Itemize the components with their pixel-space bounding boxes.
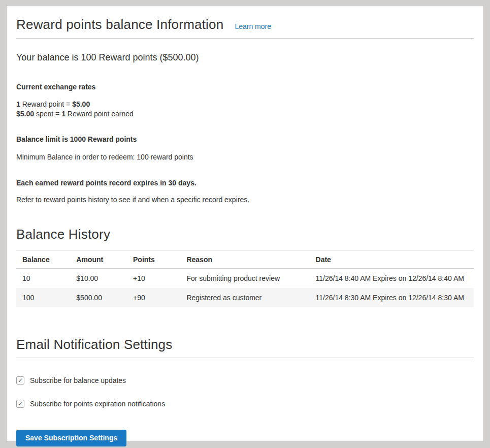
table-cell: 10: [16, 269, 70, 289]
balance-history-table: BalanceAmountPointsReasonDate 10$10.00+1…: [16, 250, 474, 307]
checkbox-label[interactable]: Subscribe for points expiration notifica…: [30, 400, 165, 408]
rate-money-value: $5.00: [72, 100, 90, 108]
subscribe-checkbox[interactable]: ✓: [16, 400, 24, 408]
save-subscription-button[interactable]: Save Subscription Settings: [16, 430, 126, 446]
table-cell: 11/26/14 8:40 AM Expires on 12/26/14 8:4…: [310, 269, 474, 289]
table-cell: For submitting product review: [180, 269, 309, 289]
header-divider: [16, 38, 474, 39]
table-cell: 11/26/14 8:30 AM Expires on 12/26/14 8:3…: [310, 288, 474, 307]
notification-options: ✓Subscribe for balance updates✓Subscribe…: [16, 376, 474, 408]
exchange-rates: 1 Reward point = $5.00 $5.00 spent = 1 R…: [16, 100, 474, 119]
column-header-balance: Balance: [16, 250, 70, 269]
table-cell: $10.00: [70, 269, 127, 289]
table-header-row: BalanceAmountPointsReasonDate: [16, 250, 474, 269]
column-header-date: Date: [310, 250, 474, 269]
rate-money-value: $5.00: [16, 110, 34, 118]
table-cell: +90: [127, 288, 180, 307]
reward-points-panel: Reward points balance Information Learn …: [6, 5, 484, 442]
exchange-rates-heading: Current exchange rates: [16, 82, 474, 92]
notification-option: ✓Subscribe for points expiration notific…: [16, 400, 474, 408]
balance-limit-text: Balance limit is 1000 Reward points: [16, 135, 474, 144]
balance-summary: Your balance is 100 Reward points ($500.…: [16, 52, 474, 63]
expiration-note: Refer to reward points history to see if…: [16, 195, 474, 205]
table-cell: Registered as customer: [180, 288, 309, 307]
expiration-heading: Each earned reward points record expires…: [16, 178, 474, 188]
table-body: 10$10.00+10For submitting product review…: [16, 269, 474, 308]
rate-text: Reward point =: [20, 100, 72, 108]
email-settings-title: Email Notification Settings: [16, 337, 474, 358]
rate-points-value: 1: [61, 110, 66, 118]
min-balance-text: Minimum Balance in order to redeem: 100 …: [16, 152, 474, 162]
table-cell: $500.00: [70, 288, 127, 307]
page-header: Reward points balance Information Learn …: [16, 12, 474, 33]
rate-points-value: 1: [16, 100, 20, 108]
table-row: 10$10.00+10For submitting product review…: [16, 269, 474, 289]
rate-text: spent =: [34, 110, 61, 118]
column-header-reason: Reason: [180, 250, 309, 269]
learn-more-link[interactable]: Learn more: [235, 22, 271, 30]
page-title: Reward points balance Information: [16, 17, 223, 33]
table-cell: +10: [127, 269, 180, 289]
rate-text: Reward point earned: [66, 110, 134, 118]
subscribe-checkbox[interactable]: ✓: [16, 376, 24, 385]
column-header-points: Points: [127, 250, 180, 269]
notification-option: ✓Subscribe for balance updates: [16, 376, 474, 385]
table-row: 100$500.00+90Registered as customer11/26…: [16, 288, 474, 307]
balance-history-title: Balance History: [16, 227, 474, 242]
exchange-rate-redeem: 1 Reward point = $5.00: [16, 100, 474, 109]
checkbox-label[interactable]: Subscribe for balance updates: [30, 376, 126, 385]
column-header-amount: Amount: [70, 250, 127, 269]
table-cell: 100: [16, 288, 70, 307]
exchange-rate-earn: $5.00 spent = 1 Reward point earned: [16, 109, 474, 119]
